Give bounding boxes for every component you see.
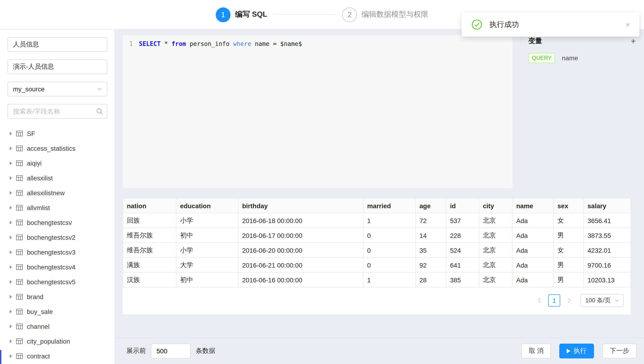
- table-cell: Ada: [512, 272, 554, 287]
- caret-right-icon: [10, 265, 12, 269]
- table-cell: 维吾尔族: [123, 228, 176, 243]
- table-row: 维吾尔族 小学 2016-06-20 00:00:00 0 35 524 北京 …: [123, 243, 631, 258]
- table-icon: [16, 249, 23, 256]
- variables-title: 变量: [528, 37, 542, 46]
- column-header: name: [512, 198, 554, 213]
- tree-item[interactable]: city_population: [8, 334, 108, 349]
- table-cell: 男: [554, 258, 584, 272]
- table-icon: [16, 219, 23, 226]
- variables-panel: 变量 + QUERY name: [520, 30, 644, 198]
- tree-item[interactable]: channel: [8, 319, 108, 334]
- table-cell: 2016-06-21 00:00:00: [238, 258, 363, 272]
- close-icon[interactable]: ×: [624, 20, 632, 30]
- table-cell: 男: [554, 272, 584, 287]
- cancel-button[interactable]: 取 消: [521, 344, 551, 358]
- pagination-page-1[interactable]: 1: [548, 294, 560, 306]
- table-cell: 92: [416, 258, 446, 272]
- line-number: 1: [123, 39, 133, 48]
- column-header: city: [479, 198, 512, 213]
- step-edit-model[interactable]: 2 编辑数据模型与权限: [342, 7, 428, 22]
- table-cell: 0: [363, 228, 416, 243]
- model-name-input[interactable]: [8, 37, 108, 52]
- tree-item[interactable]: allesxilistnew: [8, 186, 108, 200]
- table-cell: Ada: [512, 258, 554, 272]
- tree-item-label: contract: [27, 352, 50, 360]
- tree-item[interactable]: SF: [8, 126, 108, 141]
- pagination-next-button[interactable]: [564, 294, 574, 306]
- table-icon: [16, 234, 23, 241]
- tree-item[interactable]: brand: [8, 289, 108, 304]
- table-cell: 1: [363, 213, 416, 228]
- row-limit-input[interactable]: [151, 344, 191, 358]
- column-header: education: [176, 198, 238, 213]
- table-cell: 3656.41: [584, 213, 631, 228]
- caret-right-icon: [10, 250, 12, 254]
- tree-item[interactable]: bochengtestcsv3: [8, 245, 108, 260]
- tree-item[interactable]: allesxilist: [8, 171, 108, 186]
- table-search: [8, 104, 108, 119]
- table-cell: 北京: [479, 272, 512, 287]
- step-write-sql[interactable]: 1 编写 SQL: [216, 7, 267, 22]
- variable-name: name: [562, 54, 578, 62]
- table-cell: 4232.01: [584, 243, 631, 258]
- tree-item[interactable]: bochengtestcsv5: [8, 275, 108, 289]
- datasource-select[interactable]: my_source: [8, 82, 108, 96]
- table-icon: [16, 190, 23, 196]
- results-table: nation education birthday married age id…: [123, 198, 631, 287]
- caret-right-icon: [10, 146, 12, 150]
- caret-right-icon: [10, 295, 12, 299]
- table-cell: 35: [416, 243, 446, 258]
- step-2-label: 编辑数据模型与权限: [362, 10, 428, 20]
- add-variable-button[interactable]: +: [630, 37, 636, 45]
- table-row: 汉族 初中 2016-06-16 00:00:00 1 28 385 北京 Ad…: [123, 272, 631, 287]
- table-cell: 1: [363, 272, 416, 287]
- column-header: sex: [554, 198, 584, 213]
- table-cell: 2016-06-16 00:00:00: [238, 272, 363, 287]
- tree-item[interactable]: bochengtestcsv4: [8, 260, 108, 275]
- execute-button-label: 执行: [574, 347, 586, 355]
- page-size-value: 100 条/页: [585, 296, 611, 305]
- caret-right-icon: [10, 236, 12, 239]
- search-input[interactable]: [8, 104, 108, 119]
- sql-token: name = $name$: [251, 39, 302, 48]
- model-display-name-input[interactable]: [8, 59, 108, 74]
- table-cell: 385: [446, 272, 479, 287]
- table-icon: [16, 205, 23, 211]
- column-header: nation: [123, 198, 176, 213]
- datasource-select-value: my_source: [13, 85, 45, 93]
- page-size-select[interactable]: 100 条/页: [580, 294, 624, 307]
- table-cell: 2016-06-20 00:00:00: [238, 243, 363, 258]
- table-cell: 2016-06-17 00:00:00: [238, 228, 363, 243]
- table-cell: 537: [446, 213, 479, 228]
- next-step-button[interactable]: 下一步: [602, 344, 636, 358]
- table-icon: [16, 130, 23, 137]
- column-header: salary: [584, 198, 631, 213]
- caret-right-icon: [10, 221, 12, 224]
- caret-right-icon: [10, 325, 12, 328]
- table-cell: 初中: [176, 228, 238, 243]
- tree-item[interactable]: bochengtestcsv: [8, 215, 108, 230]
- pagination-prev-button[interactable]: [534, 294, 544, 306]
- sidebar-scrollbar[interactable]: [0, 350, 2, 364]
- tree-item-label: brand: [27, 293, 44, 300]
- table-cell: 北京: [479, 243, 512, 258]
- table-cell: 北京: [479, 258, 512, 272]
- caret-right-icon: [10, 206, 12, 210]
- table-icon: [16, 175, 23, 181]
- table-cell: Ada: [512, 228, 554, 243]
- execute-button[interactable]: 执行: [559, 344, 594, 358]
- tree-item[interactable]: bochengtestcsv2: [8, 230, 108, 245]
- toast-message: 执行成功: [489, 20, 616, 30]
- tree-item-label: allvmlist: [27, 204, 50, 212]
- sql-editor[interactable]: 1 SELECT * from person_info where name =…: [123, 35, 512, 188]
- tree-item[interactable]: access_statistics: [8, 141, 108, 156]
- tree-item[interactable]: buy_sale: [8, 304, 108, 319]
- tree-item-label: channel: [27, 323, 50, 330]
- query-tag: QUERY: [528, 53, 555, 63]
- table-cell: 3873.55: [584, 228, 631, 243]
- tree-item[interactable]: allvmlist: [8, 200, 108, 215]
- table-cell: 228: [446, 228, 479, 243]
- tree-item[interactable]: contract: [8, 349, 108, 363]
- footer-bar: 展示前 条数据 取 消 执行 下一步: [115, 337, 644, 364]
- tree-item[interactable]: aiqiyi: [8, 156, 108, 171]
